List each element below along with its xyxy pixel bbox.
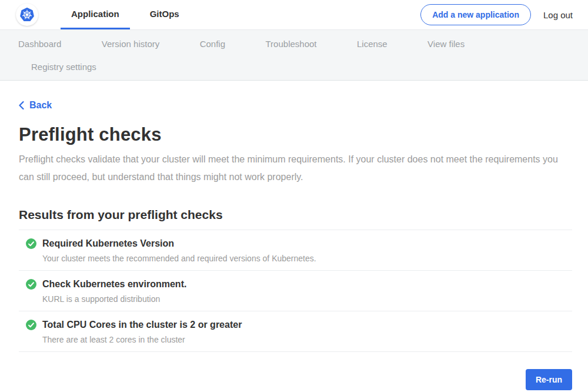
log-out-link[interactable]: Log out <box>543 10 573 20</box>
result-item: Check Kubernetes environment. KURL is a … <box>19 271 572 311</box>
subnav-item-license[interactable]: License <box>357 39 387 49</box>
subnav-row-2: Registry settings <box>0 62 588 72</box>
preflight-results-list: Required Kubernetes Version Your cluster… <box>19 230 572 352</box>
result-head: Check Kubernetes environment. <box>26 279 572 290</box>
tab-gitops-label: GitOps <box>150 9 179 19</box>
chevron-left-icon <box>19 101 24 109</box>
subnav-item-version-history[interactable]: Version history <box>102 39 159 49</box>
result-title: Total CPU Cores in the cluster is 2 or g… <box>42 320 242 330</box>
tab-application-label: Application <box>71 9 119 19</box>
actions-bar: Re-run <box>19 369 572 390</box>
result-detail: Your cluster meets the recommended and r… <box>42 254 572 263</box>
result-title: Required Kubernetes Version <box>42 238 174 249</box>
subnav-item-dashboard[interactable]: Dashboard <box>18 39 61 49</box>
back-link-label: Back <box>29 100 52 111</box>
rerun-button[interactable]: Re-run <box>526 369 572 390</box>
tab-application[interactable]: Application <box>61 0 130 29</box>
add-new-application-button[interactable]: Add a new application <box>420 4 531 25</box>
result-head: Required Kubernetes Version <box>26 238 572 249</box>
result-detail: KURL is a supported distribution <box>42 294 572 304</box>
app-subnav: Dashboard Version history Config Trouble… <box>0 30 588 81</box>
subnav-item-view-files[interactable]: View files <box>427 39 465 49</box>
check-pass-icon <box>26 320 36 330</box>
top-navbar: Application GitOps Add a new application… <box>0 0 588 30</box>
results-heading: Results from your preflight checks <box>19 208 572 222</box>
subnav-item-config[interactable]: Config <box>200 39 225 49</box>
result-head: Total CPU Cores in the cluster is 2 or g… <box>26 320 572 330</box>
back-link[interactable]: Back <box>19 100 52 111</box>
subnav-item-troubleshoot[interactable]: Troubleshoot <box>266 39 317 49</box>
result-detail: There are at least 2 cores in the cluste… <box>42 335 572 344</box>
subnav-item-registry-settings[interactable]: Registry settings <box>31 62 96 72</box>
result-title: Check Kubernetes environment. <box>42 279 186 290</box>
tab-gitops[interactable]: GitOps <box>139 0 190 29</box>
topnav-spacer <box>199 0 420 29</box>
kubernetes-logo-icon <box>18 6 36 24</box>
page-title: Preflight checks <box>19 124 572 145</box>
result-item: Required Kubernetes Version Your cluster… <box>19 230 572 271</box>
preflight-page: Back Preflight checks Preflight checks v… <box>0 81 588 390</box>
check-pass-icon <box>26 238 36 249</box>
subnav-row-1: Dashboard Version history Config Trouble… <box>0 39 588 49</box>
check-pass-icon <box>26 279 36 290</box>
result-item: Total CPU Cores in the cluster is 2 or g… <box>19 311 572 352</box>
kubernetes-logo <box>16 4 38 26</box>
page-description: Preflight checks validate that your clus… <box>19 151 560 186</box>
